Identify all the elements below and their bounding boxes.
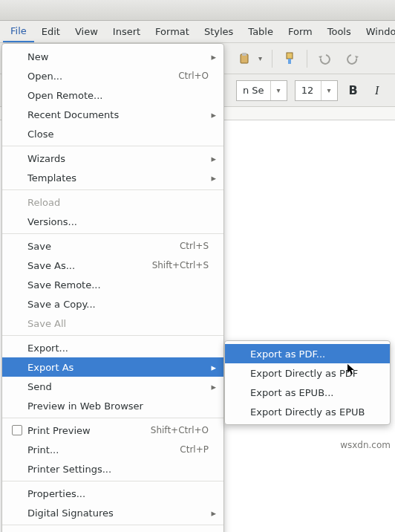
menu-item-accelerator: Ctrl+O <box>171 71 209 81</box>
watermark-text: wsxdn.com <box>340 440 391 450</box>
menu-item-export[interactable]: Export... <box>2 338 223 357</box>
menu-item-accelerator: Ctrl+S <box>172 241 209 251</box>
menu-item-export-directly-as-epub[interactable]: Export Directly as EPUB <box>225 402 390 421</box>
redo-button[interactable] <box>342 48 364 70</box>
menu-form[interactable]: Form <box>281 22 320 42</box>
menu-item-open-remote[interactable]: Open Remote... <box>2 85 223 105</box>
chevron-down-icon: ▾ <box>258 54 262 62</box>
menu-item-label: Printer Settings... <box>25 464 209 475</box>
menu-item-export-directly-as-pdf[interactable]: Export Directly as PDF <box>225 363 390 383</box>
bold-button[interactable]: B <box>345 83 362 97</box>
menu-format[interactable]: Format <box>148 22 197 42</box>
menu-item-label: Print Preview <box>25 425 143 436</box>
menu-styles[interactable]: Styles <box>197 22 241 42</box>
menu-item-label: Export Directly as EPUB <box>247 406 382 418</box>
menu-separator <box>2 233 223 234</box>
clipboard-icon <box>238 53 250 65</box>
menu-item-save[interactable]: SaveCtrl+S <box>2 236 223 256</box>
menu-item-wizards[interactable]: Wizards▸ <box>2 149 223 168</box>
menu-item-exit-libreoffice[interactable]: Exit LibreOfficeCtrl+Q <box>2 528 223 532</box>
menu-item-open[interactable]: Open...Ctrl+O <box>2 66 223 85</box>
menu-item-preview-in-web-browser[interactable]: Preview in Web Browser <box>2 396 223 415</box>
menu-item-label: Templates <box>25 172 209 184</box>
menu-view[interactable]: View <box>68 22 105 42</box>
menu-item-label: Export as EPUB... <box>247 387 382 398</box>
menu-item-export-as[interactable]: Export As▸ <box>2 357 223 377</box>
menu-item-accelerator: Shift+Ctrl+S <box>145 260 209 270</box>
menu-item-label: Save Remote... <box>25 279 209 291</box>
menu-item-label: Properties... <box>25 488 209 499</box>
menu-item-label: Export As <box>25 362 209 373</box>
menu-item-close[interactable]: Close <box>2 124 223 143</box>
menu-item-label: Save <box>25 241 172 252</box>
font-size-value: 12 <box>296 85 321 96</box>
checkbox-icon <box>12 425 22 435</box>
menu-item-send[interactable]: Send▸ <box>2 377 223 396</box>
file-menu-dropdown: New▸Open...Ctrl+OOpen Remote...Recent Do… <box>1 43 224 532</box>
menu-item-print-preview[interactable]: Print PreviewShift+Ctrl+O <box>2 421 223 440</box>
window-titlebar <box>0 0 395 21</box>
menu-table[interactable]: Table <box>241 22 281 42</box>
menu-item-recent-documents[interactable]: Recent Documents▸ <box>2 105 223 124</box>
redo-icon <box>347 53 359 65</box>
submenu-arrow-icon: ▸ <box>209 362 216 373</box>
menubar: File Edit View Insert Format Styles Tabl… <box>0 21 395 43</box>
menu-item-reload: Reload <box>2 192 223 212</box>
menu-item-label: Export... <box>25 343 209 354</box>
menu-item-properties[interactable]: Properties... <box>2 484 223 503</box>
submenu-arrow-icon: ▸ <box>209 153 216 164</box>
submenu-arrow-icon: ▸ <box>209 381 216 392</box>
menu-item-label: Close <box>25 129 209 140</box>
font-size-combo[interactable]: 12 ▾ <box>295 80 338 101</box>
menu-item-label: Save All <box>25 318 209 329</box>
menu-item-label: Wizards <box>25 153 209 164</box>
menu-item-label: New <box>25 51 209 62</box>
menu-item-export-as-pdf[interactable]: Export as PDF... <box>225 344 390 363</box>
toolbar-separator <box>307 50 307 68</box>
paste-button[interactable]: ▾ <box>235 48 266 70</box>
mouse-cursor-icon <box>347 364 355 376</box>
menu-tools[interactable]: Tools <box>320 22 359 42</box>
toolbar-separator <box>272 50 272 68</box>
chevron-down-icon[interactable]: ▾ <box>321 81 337 100</box>
menu-item-label: Save a Copy... <box>25 299 209 310</box>
menu-item-accelerator: Ctrl+P <box>172 444 209 455</box>
menu-item-label: Preview in Web Browser <box>25 400 209 412</box>
menu-item-printer-settings[interactable]: Printer Settings... <box>2 459 223 479</box>
menu-item-label: Export Directly as PDF <box>247 368 382 379</box>
font-name-combo[interactable]: n Se ▾ <box>236 80 287 101</box>
undo-button[interactable] <box>313 48 336 70</box>
menu-window[interactable]: Window <box>359 22 395 42</box>
export-as-submenu: Export as PDF...Export Directly as PDFEx… <box>224 340 391 425</box>
menu-item-new[interactable]: New▸ <box>2 47 223 66</box>
menu-item-digital-signatures[interactable]: Digital Signatures▸ <box>2 503 223 522</box>
menu-edit[interactable]: Edit <box>34 22 68 42</box>
submenu-arrow-icon: ▸ <box>209 109 216 120</box>
menu-item-save-as[interactable]: Save As...Shift+Ctrl+S <box>2 256 223 275</box>
menu-separator <box>2 418 223 418</box>
menu-item-save-remote[interactable]: Save Remote... <box>2 275 223 294</box>
menu-item-label: Export as PDF... <box>247 348 382 360</box>
menu-separator <box>2 146 223 146</box>
menu-item-label: Digital Signatures <box>25 507 209 519</box>
svg-rect-2 <box>287 53 293 59</box>
menu-item-templates[interactable]: Templates▸ <box>2 168 223 187</box>
menu-file[interactable]: File <box>3 21 34 42</box>
italic-button[interactable]: I <box>369 84 385 97</box>
menu-item-save-a-copy[interactable]: Save a Copy... <box>2 294 223 314</box>
menu-item-save-all: Save All <box>2 314 223 333</box>
menu-separator <box>2 189 223 190</box>
menu-separator <box>2 335 223 336</box>
menu-separator <box>2 481 223 481</box>
menu-item-export-as-epub[interactable]: Export as EPUB... <box>225 383 390 402</box>
menu-insert[interactable]: Insert <box>105 22 148 42</box>
chevron-down-icon[interactable]: ▾ <box>270 81 287 100</box>
menu-item-print[interactable]: Print...Ctrl+P <box>2 440 223 459</box>
submenu-arrow-icon: ▸ <box>209 51 216 62</box>
menu-item-label: Versions... <box>25 216 209 227</box>
menu-item-label: Open... <box>25 71 171 82</box>
clone-formatting-button[interactable] <box>278 48 301 70</box>
menu-item-versions[interactable]: Versions... <box>2 212 223 231</box>
menu-item-label: Print... <box>25 444 172 455</box>
submenu-arrow-icon: ▸ <box>209 172 216 184</box>
